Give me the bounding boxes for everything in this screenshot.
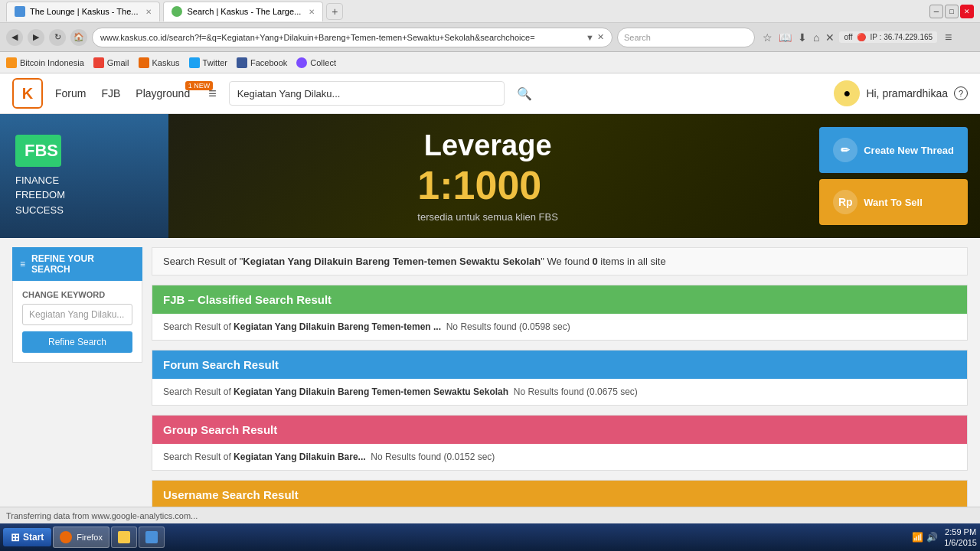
taskbar-right: 📶 🔊 2:59 PM 1/6/2015 xyxy=(912,527,977,549)
result-section-fjb: FJB – Classified Search Result Search Re… xyxy=(152,285,968,341)
forward-button[interactable]: ▶ xyxy=(28,29,44,46)
url-bar[interactable]: www.kaskus.co.id/search?f=&q=Kegiatan+Ya… xyxy=(92,28,612,47)
status-bar: Transferring data from www.google-analyt… xyxy=(0,507,980,523)
url-clear-icon[interactable]: ✕ xyxy=(597,32,604,42)
x-icon[interactable]: ✕ xyxy=(825,31,835,44)
sidebar-body: CHANGE KEYWORD Refine Search xyxy=(12,281,142,363)
nav-fjb[interactable]: FJB xyxy=(101,87,120,99)
taskbar-paint[interactable] xyxy=(139,527,165,548)
bookmark-bitcoin-label: Bitcoin Indonesia xyxy=(20,58,84,67)
start-icon: ⊞ xyxy=(11,531,20,543)
bookmark-collect[interactable]: Collect xyxy=(296,57,336,68)
want-to-sell-button[interactable]: Rp Want To Sell xyxy=(819,179,968,225)
taskbar-firefox[interactable]: Firefox xyxy=(53,527,109,548)
refine-search-button[interactable]: Refine Search xyxy=(22,331,132,353)
network-icon: 📶 xyxy=(912,532,923,543)
status-text: Transferring data from www.google-analyt… xyxy=(6,511,198,520)
tab-label-lounge: The Lounge | Kaskus - The... xyxy=(30,7,138,16)
volume-icon: 🔊 xyxy=(926,532,938,543)
forum-section-title: Forum Search Result xyxy=(152,350,967,379)
user-section: ● Hi, pramardhikaa ? xyxy=(834,80,968,106)
result-section-group: Group Search Result Search Result of Keg… xyxy=(152,415,968,471)
main-nav: Forum FJB Playground 1 NEW xyxy=(55,87,190,99)
kaskus-logo[interactable]: K xyxy=(12,78,43,109)
browser-search-box[interactable]: Search xyxy=(617,28,755,47)
help-icon[interactable]: ? xyxy=(954,86,968,100)
back-button[interactable]: ◀ xyxy=(6,29,23,46)
ip-info: off 🔴 IP : 36.74.229.165 xyxy=(839,31,937,43)
change-keyword-label: CHANGE KEYWORD xyxy=(22,290,132,299)
bookmark-twitter[interactable]: Twitter xyxy=(189,57,227,68)
download-icon[interactable]: ⬇ xyxy=(798,31,807,44)
url-dropdown-icon[interactable]: ▼ xyxy=(586,33,594,42)
sidebar: ≡ REFINE YOUR SEARCH CHANGE KEYWORD Refi… xyxy=(12,247,142,507)
start-button[interactable]: ⊞ Start xyxy=(3,528,51,546)
banner-actions: ✏ Create New Thread Rp Want To Sell xyxy=(807,114,980,238)
forum-keyword: Kegiatan Yang Dilakuin Bareng Temen-teme… xyxy=(234,386,508,397)
bookmark-icon[interactable]: 📖 xyxy=(779,31,792,44)
user-greeting: Hi, pramardhikaa xyxy=(866,87,948,99)
nav-playground[interactable]: Playground 1 NEW xyxy=(136,87,190,99)
create-thread-icon: ✏ xyxy=(833,138,858,162)
tab-lounge[interactable]: The Lounge | Kaskus - The... ✕ xyxy=(6,2,160,21)
group-result: No Results found (0.0152 sec) xyxy=(371,452,495,462)
tab-close-lounge[interactable]: ✕ xyxy=(145,8,152,16)
result-section-forum: Forum Search Result Search Result of Keg… xyxy=(152,350,968,406)
banner-left: FBS FINANCE FREEDOM SUCCESS xyxy=(0,114,168,238)
system-icons: 📶 🔊 xyxy=(912,532,938,543)
fjb-keyword: Kegiatan Yang Dilakuin Bareng Temen-teme… xyxy=(234,321,441,332)
star-icon[interactable]: ☆ xyxy=(763,31,773,44)
header-search-input[interactable] xyxy=(229,81,505,106)
bookmark-kaskus[interactable]: Kaskus xyxy=(139,57,180,68)
new-badge: 1 NEW xyxy=(185,81,214,90)
fjb-section-title: FJB – Classified Search Result xyxy=(152,285,967,314)
reload-button[interactable]: ↻ xyxy=(49,29,66,46)
bookmark-gmail[interactable]: Gmail xyxy=(93,57,129,68)
result-section-username: Username Search Result Search Result of … xyxy=(152,480,968,507)
hamburger-button[interactable]: ≡ xyxy=(945,31,952,44)
minimize-button[interactable]: ─ xyxy=(929,5,943,18)
leverage-ratio: 1:1000 xyxy=(417,162,558,208)
bitcoin-icon xyxy=(6,57,17,68)
paint-icon xyxy=(145,531,158,543)
bookmark-twitter-label: Twitter xyxy=(203,58,227,67)
tab-label-search: Search | Kaskus - The Large... xyxy=(187,7,301,16)
taskbar-time-text: 2:59 PM xyxy=(944,527,977,537)
twitter-icon xyxy=(189,57,200,68)
tab-search[interactable]: Search | Kaskus - The Large... ✕ xyxy=(163,2,323,21)
new-tab-button[interactable]: + xyxy=(326,3,343,20)
bookmark-collect-label: Collect xyxy=(310,58,336,67)
group-section-body: Search Result of Kegiatan Yang Dilakuin … xyxy=(152,444,967,470)
banner-company: FINANCE FREEDOM SUCCESS xyxy=(15,173,153,218)
result-query: Kegiatan Yang Dilakuin Bareng Temen-teme… xyxy=(243,256,541,267)
keyword-input[interactable] xyxy=(22,304,132,325)
bookmarks-bar: Bitcoin Indonesia Gmail Kaskus Twitter F… xyxy=(0,52,980,73)
home-nav-icon[interactable]: ⌂ xyxy=(813,31,819,44)
taskbar-folder[interactable] xyxy=(111,527,137,548)
tab-close-search[interactable]: ✕ xyxy=(309,8,315,16)
user-avatar: ● xyxy=(834,80,860,106)
close-button[interactable]: ✕ xyxy=(960,5,974,18)
nav-forum[interactable]: Forum xyxy=(55,87,86,99)
result-count: 0 xyxy=(593,256,598,267)
tab-favicon-search xyxy=(172,6,182,17)
refine-search-title: REFINE YOUR SEARCH xyxy=(31,253,135,275)
create-thread-button[interactable]: ✏ Create New Thread xyxy=(819,127,968,173)
url-text: www.kaskus.co.id/search?f=&q=Kegiatan+Ya… xyxy=(100,33,586,42)
header-search-button[interactable]: 🔍 xyxy=(517,86,532,101)
folder-icon xyxy=(118,531,130,543)
result-header: Search Result of "Kegiatan Yang Dilakuin… xyxy=(152,247,968,276)
group-keyword: Kegiatan Yang Dilakuin Bare... xyxy=(234,452,366,462)
home-button[interactable]: 🏠 xyxy=(70,29,87,46)
fjb-section-body: Search Result of Kegiatan Yang Dilakuin … xyxy=(152,314,967,340)
bookmark-facebook-label: Facebook xyxy=(250,58,287,67)
firefox-icon xyxy=(60,531,72,543)
leverage-sub: tersedia untuk semua klien FBS xyxy=(417,211,558,223)
collect-icon xyxy=(296,57,307,68)
fbs-logo: FBS xyxy=(15,135,61,167)
bookmark-bitcoin[interactable]: Bitcoin Indonesia xyxy=(6,57,84,68)
banner-main: Leverage 1:1000 tersedia untuk semua kli… xyxy=(168,114,807,238)
maximize-button[interactable]: □ xyxy=(945,5,959,18)
bookmark-facebook[interactable]: Facebook xyxy=(237,57,287,68)
bookmark-kaskus-label: Kaskus xyxy=(152,58,180,67)
